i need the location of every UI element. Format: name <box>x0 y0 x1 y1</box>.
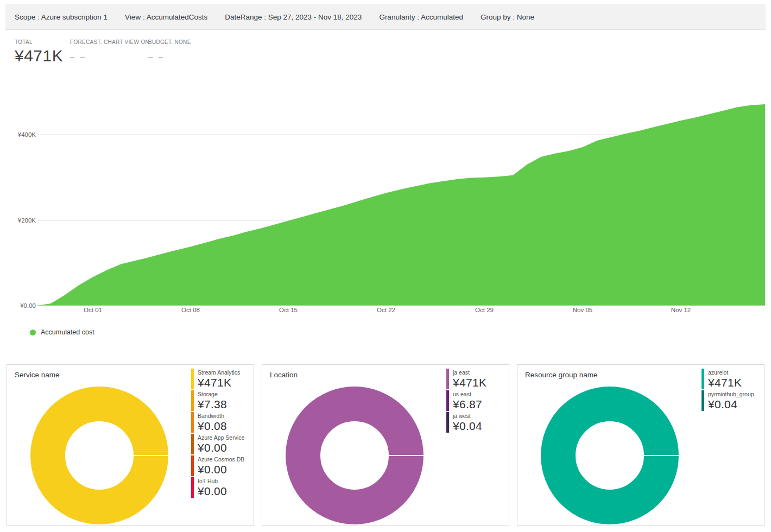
legend-item: Bandwidth ¥0.08 <box>191 412 244 433</box>
card-title: Location <box>270 371 298 379</box>
donut-legend: ja east ¥471K us east ¥6.87 ja west ¥0.0… <box>446 369 486 434</box>
color-swatch <box>702 390 704 411</box>
x-tick-nov12: Nov 12 <box>671 307 691 313</box>
granularity-filter[interactable]: Granularity : Accumulated <box>379 13 463 21</box>
card-title: Service name <box>15 371 60 379</box>
color-swatch <box>446 390 449 411</box>
color-swatch <box>191 455 194 476</box>
legend-item: Azure Cosmos DB ¥0.00 <box>191 455 244 476</box>
y-tick-200k: ¥200K <box>0 217 36 224</box>
y-tick-400k: ¥400K <box>0 131 36 138</box>
color-swatch <box>446 412 449 433</box>
scope-filter[interactable]: Scope : Azure subscription 1 <box>15 13 108 21</box>
donut-legend: Stream Analytics ¥471K Storage ¥7.38 Ban… <box>191 369 244 499</box>
legend-item: pyrmiothub_group ¥0.04 <box>702 390 754 411</box>
x-tick-oct01: Oct 01 <box>84 307 102 313</box>
color-swatch <box>191 434 194 454</box>
x-tick-nov05: Nov 05 <box>573 307 592 313</box>
total-label: TOTAL <box>15 39 63 45</box>
budget-value: – – <box>148 52 191 61</box>
forecast-label: FORECAST: CHART VIEW ON <box>70 39 149 45</box>
color-swatch <box>191 412 194 433</box>
location-card: Location ja east ¥471K us east ¥6.87 ja … <box>262 364 509 526</box>
filter-bar: Scope : Azure subscription 1 View : Accu… <box>5 4 766 30</box>
budget-kpi[interactable]: BUDGET: NONE – – <box>148 39 191 61</box>
card-title: Resource group name <box>525 371 598 379</box>
total-value: ¥471K <box>15 47 63 65</box>
x-tick-oct15: Oct 15 <box>279 307 298 313</box>
view-filter[interactable]: View : AccumulatedCosts <box>125 13 207 21</box>
legend-item: ja east ¥471K <box>446 369 486 389</box>
color-swatch <box>191 369 194 389</box>
color-swatch <box>191 390 194 411</box>
x-tick-oct08: Oct 08 <box>181 307 200 313</box>
legend-item: us east ¥6.87 <box>446 390 486 411</box>
legend-item: ja west ¥0.04 <box>446 412 486 433</box>
groupby-filter[interactable]: Group by : None <box>481 13 534 21</box>
accumulated-cost-chart <box>0 81 771 315</box>
x-tick-oct22: Oct 22 <box>377 307 395 313</box>
legend-item: Stream Analytics ¥471K <box>191 369 244 389</box>
legend-item: Azure App Service ¥0.00 <box>191 434 244 454</box>
legend-item: azureiot ¥471K <box>702 369 754 389</box>
legend-item: Storage ¥7.38 <box>191 390 244 411</box>
forecast-value: – – <box>70 52 149 61</box>
color-swatch <box>446 369 449 389</box>
service-name-card: Service name Stream Analytics ¥471K Stor… <box>7 364 254 526</box>
legend-item: IoT Hub ¥0.00 <box>191 477 244 498</box>
color-swatch <box>191 477 194 498</box>
legend-label: Accumulated cost <box>41 328 94 336</box>
resource-group-card: Resource group name azureiot ¥471K pyrmi… <box>517 364 764 526</box>
budget-label: BUDGET: NONE <box>148 39 191 45</box>
x-tick-oct29: Oct 29 <box>475 307 494 313</box>
donut-legend: azureiot ¥471K pyrmiothub_group ¥0.04 <box>702 369 754 412</box>
legend-dot-icon <box>30 330 36 335</box>
chart-legend: Accumulated cost <box>30 328 94 336</box>
forecast-kpi[interactable]: FORECAST: CHART VIEW ON – – <box>70 39 149 61</box>
y-tick-0: ¥0.00 <box>0 302 36 309</box>
color-swatch <box>702 369 704 389</box>
total-kpi: TOTAL ¥471K <box>15 39 63 65</box>
daterange-filter[interactable]: DateRange : Sep 27, 2023 - Nov 18, 2023 <box>225 13 362 21</box>
